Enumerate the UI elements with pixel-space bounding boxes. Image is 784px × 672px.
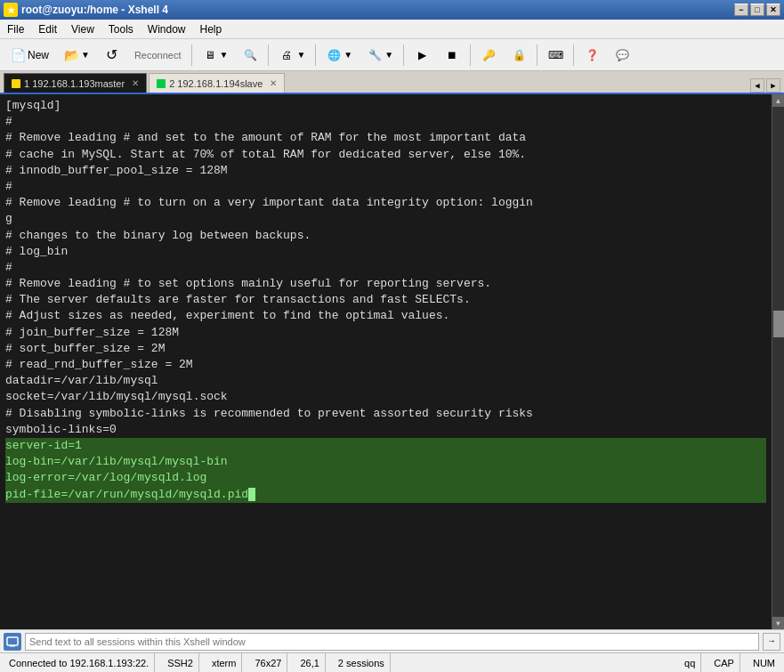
chat-button[interactable]: 💬 <box>608 43 636 68</box>
terminal-line: # Remove leading # and set to the amount… <box>5 130 766 146</box>
minimize-button[interactable]: − <box>734 4 748 16</box>
toolbar: New ▼ Reconnect 🖥 ▼ 🔍 🖨 ▼ 🌐 ▼ 🔧 ▼ ▶ ⏹ 🔑 <box>0 39 784 71</box>
tab-next-button[interactable]: ▶ <box>766 78 780 93</box>
caps-text: CAP <box>714 658 734 668</box>
tab-label-1: 1 192.168.1.193master <box>24 78 125 89</box>
tools-button[interactable]: 🔧 ▼ <box>360 43 400 68</box>
tab-2[interactable]: 2 192.168.1.194slave ✕ <box>149 73 285 93</box>
terminal-line: # sort_buffer_size = 2M <box>5 341 766 357</box>
menu-file[interactable]: File <box>0 21 31 37</box>
scrollbar-thumb[interactable] <box>773 311 784 337</box>
terminal-line: # <box>5 260 766 276</box>
search-button[interactable]: 🔍 <box>236 43 264 68</box>
maximize-button[interactable]: □ <box>750 4 764 16</box>
scrollbar-down-button[interactable]: ▼ <box>772 617 785 629</box>
status-num: NUM <box>748 653 780 672</box>
window-title: root@zuoyu:/home - Xshell 4 <box>21 4 168 16</box>
refresh-icon <box>104 47 120 63</box>
terminal-line: socket=/var/lib/mysql/mysql.sock <box>5 389 766 405</box>
print-icon: 🖨 <box>279 47 295 63</box>
send-text-input[interactable] <box>25 633 759 651</box>
search-icon: 🔍 <box>242 47 258 63</box>
play-button[interactable]: ▶ <box>408 43 436 68</box>
position-text: 26,1 <box>300 658 319 668</box>
send-button[interactable]: → <box>763 633 780 651</box>
status-qq: qq <box>679 653 701 672</box>
tab-close-2[interactable]: ✕ <box>270 78 277 88</box>
tab-prev-button[interactable]: ◀ <box>750 78 764 93</box>
size-text: 76x27 <box>255 658 281 668</box>
status-connection: Connected to 192.168.1.193:22. <box>4 653 155 672</box>
new-icon <box>10 47 26 63</box>
menu-view[interactable]: View <box>64 21 101 37</box>
separator-3 <box>315 45 316 66</box>
terminal-line: log-bin=/var/lib/mysql/mysql-bin <box>5 454 766 470</box>
status-position: 26,1 <box>295 653 325 672</box>
status-bar: Connected to 192.168.1.193:22. SSH2 xter… <box>0 652 784 672</box>
terminal-line: # Remove leading # to set options mainly… <box>5 276 766 292</box>
tab-nav-buttons: ◀ ▶ <box>750 78 780 93</box>
globe-icon: 🌐 <box>326 47 342 63</box>
input-bar: → <box>0 629 784 652</box>
scrollbar-track[interactable] <box>772 107 785 617</box>
menu-edit[interactable]: Edit <box>31 21 64 37</box>
print-dropdown: ▼ <box>296 50 305 60</box>
terminal-line: # Remove leading # to turn on a very imp… <box>5 195 766 211</box>
scrollbar-up-button[interactable]: ▲ <box>772 94 785 107</box>
terminal-line: # <box>5 114 766 130</box>
menu-window[interactable]: Window <box>141 21 193 37</box>
menu-tools[interactable]: Tools <box>101 21 141 37</box>
help-button[interactable]: ❓ <box>578 43 606 68</box>
terminal-line: # join_buffer_size = 128M <box>5 325 766 341</box>
menu-help[interactable]: Help <box>193 21 230 37</box>
new-button[interactable]: New <box>4 43 55 68</box>
help-icon: ❓ <box>584 47 600 63</box>
terminal-line: [mysqld] <box>5 98 766 114</box>
terminal-line: g <box>5 211 766 227</box>
tab-close-1[interactable]: ✕ <box>132 78 139 88</box>
terminal[interactable]: [mysqld]## Remove leading # and set to t… <box>0 94 772 629</box>
tab-bar: 1 192.168.1.193master ✕ 2 192.168.1.194s… <box>0 71 784 94</box>
open-button[interactable]: ▼ <box>57 43 96 68</box>
key-button[interactable]: 🔑 <box>474 43 503 68</box>
stop-button[interactable]: ⏹ <box>438 43 466 68</box>
play-icon: ▶ <box>414 47 430 63</box>
status-size: 76x27 <box>249 653 287 672</box>
lock-icon: 🔒 <box>511 47 527 63</box>
scrollbar[interactable]: ▲ ▼ <box>772 94 784 629</box>
globe-button[interactable]: 🌐 ▼ <box>319 43 359 68</box>
tab-label-2: 2 192.168.1.194slave <box>169 78 263 89</box>
terminal-line: log-error=/var/log/mysqld.log <box>5 470 766 486</box>
protocol-text: SSH2 <box>167 658 193 668</box>
status-terminal: xterm <box>206 653 243 672</box>
tab-indicator-2 <box>157 79 166 88</box>
terminal-wrapper: [mysqld]## Remove leading # and set to t… <box>0 94 784 629</box>
terminal-line: pid-file=/var/run/mysqld/mysqld.pid <box>5 487 766 503</box>
stop-icon: ⏹ <box>444 47 460 63</box>
connection-text: Connected to 192.168.1.193:22. <box>9 658 149 668</box>
reconnect-button[interactable]: Reconnect <box>128 43 188 68</box>
refresh-button[interactable] <box>98 43 126 68</box>
terminal-line: # The server defaults are faster for tra… <box>5 292 766 308</box>
svg-rect-1 <box>10 645 15 647</box>
lock-button[interactable]: 🔒 <box>505 43 533 68</box>
close-button[interactable]: ✕ <box>766 4 780 16</box>
menu-bar: File Edit View Tools Window Help <box>0 20 784 39</box>
separator-4 <box>403 45 404 66</box>
terminal-line: server-id=1 <box>5 438 766 454</box>
terminal-line: # read_rnd_buffer_size = 2M <box>5 357 766 373</box>
globe-dropdown: ▼ <box>344 50 352 60</box>
qq-text: qq <box>684 658 695 668</box>
keyboard-icon: ⌨ <box>547 47 563 63</box>
status-protocol: SSH2 <box>162 653 199 672</box>
tab-1[interactable]: 1 192.168.1.193master ✕ <box>4 73 147 93</box>
tools-dropdown: ▼ <box>384 50 393 60</box>
keyboard-button[interactable]: ⌨ <box>541 43 570 68</box>
monitor-dropdown: ▼ <box>220 50 229 60</box>
status-sessions: 2 sessions <box>333 653 391 672</box>
tools-icon: 🔧 <box>367 47 383 63</box>
status-caps: CAP <box>708 653 740 672</box>
title-bar-left: ★ root@zuoyu:/home - Xshell 4 <box>4 3 168 17</box>
monitor-button[interactable]: 🖥 ▼ <box>196 43 235 68</box>
print-button[interactable]: 🖨 ▼ <box>272 43 311 68</box>
